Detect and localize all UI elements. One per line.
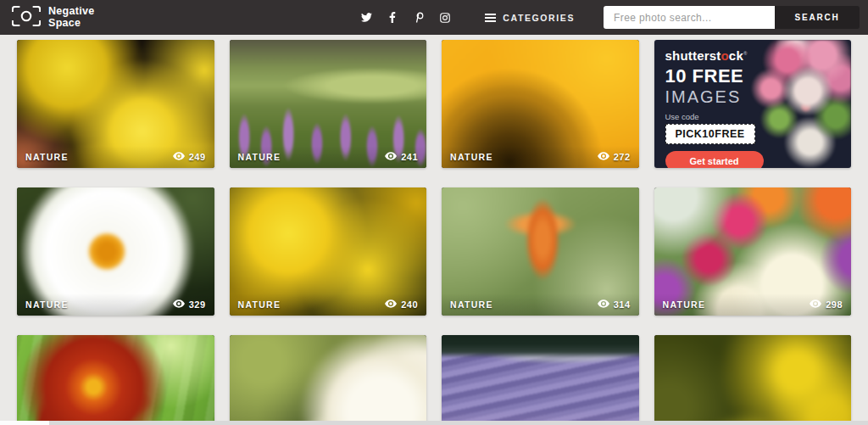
- photo-meta: NATURE 314: [442, 294, 639, 316]
- photo-card-sunflower-closeup[interactable]: NATURE 272: [442, 40, 639, 168]
- pinterest-icon[interactable]: [413, 12, 425, 24]
- eye-icon: [173, 152, 185, 162]
- view-count: 314: [614, 299, 631, 310]
- photo-card-orange-lily[interactable]: NATURE 314: [442, 187, 639, 316]
- photo-card-white-agapanthus[interactable]: [230, 335, 427, 425]
- instagram-icon[interactable]: [439, 12, 451, 24]
- category-badge[interactable]: NATURE: [450, 299, 493, 310]
- shutterstock-logo: shutterstock®: [665, 48, 852, 63]
- view-count: 272: [614, 152, 631, 162]
- eye-icon: [598, 152, 609, 162]
- photo-card-yellow-chrysanthemums[interactable]: NATURE 249: [17, 40, 214, 168]
- shutterstock-ad-card[interactable]: shutterstock® 10 FREE IMAGES Use code PI…: [654, 40, 852, 168]
- photo-meta: NATURE 298: [654, 294, 852, 316]
- view-count: 329: [189, 299, 206, 310]
- category-badge[interactable]: NATURE: [663, 299, 706, 310]
- ad-headline-line2: IMAGES: [665, 87, 852, 107]
- ad-code-label: Use code: [665, 112, 852, 121]
- photo-image: [17, 335, 214, 425]
- view-counter: 272: [598, 152, 631, 162]
- photo-meta: NATURE 329: [17, 294, 214, 316]
- social-links: [360, 12, 451, 24]
- photo-card-red-daylily[interactable]: [17, 335, 214, 425]
- eye-icon: [810, 299, 821, 310]
- ad-get-started-button[interactable]: Get started: [665, 151, 764, 168]
- category-badge[interactable]: NATURE: [238, 299, 281, 310]
- photo-meta: NATURE 249: [17, 146, 214, 168]
- view-counter: 241: [385, 152, 418, 162]
- ad-coupon-code: PICK10FREE: [665, 124, 755, 144]
- camera-viewfinder-icon: [12, 6, 41, 30]
- category-badge[interactable]: NATURE: [238, 152, 281, 162]
- twitter-icon[interactable]: [360, 12, 372, 24]
- photo-card-blurred-yellow-flowers[interactable]: [654, 335, 852, 425]
- view-counter: 240: [385, 299, 418, 310]
- view-count: 298: [826, 299, 843, 310]
- ad-content: shutterstock® 10 FREE IMAGES Use code PI…: [654, 40, 852, 168]
- photo-card-lavender-field[interactable]: [442, 335, 639, 425]
- photo-meta: NATURE 240: [230, 294, 427, 316]
- photo-meta: NATURE 241: [230, 146, 427, 168]
- category-badge[interactable]: NATURE: [25, 152, 69, 162]
- view-counter: 249: [173, 152, 206, 162]
- view-counter: 329: [173, 299, 206, 310]
- photo-image: [654, 335, 852, 425]
- category-badge[interactable]: NATURE: [450, 152, 493, 162]
- facebook-icon[interactable]: [387, 12, 398, 24]
- scrollbar-thumb[interactable]: [0, 421, 49, 425]
- eye-icon: [385, 299, 397, 310]
- categories-label: CATEGORIES: [503, 13, 575, 23]
- photo-image: [230, 335, 427, 425]
- site-logo[interactable]: Negative Space: [12, 6, 95, 30]
- shutterstock-o-mark: o: [721, 48, 728, 63]
- eye-icon: [598, 299, 609, 310]
- view-counter: 314: [598, 299, 631, 310]
- photo-image: [442, 335, 639, 425]
- photo-card-colorful-bouquet[interactable]: NATURE 298: [654, 187, 852, 316]
- search-input[interactable]: [604, 6, 775, 29]
- eye-icon: [385, 152, 397, 162]
- search-bar: SEARCH: [604, 6, 860, 29]
- photo-card-yellow-daffodils[interactable]: NATURE 240: [230, 187, 427, 316]
- horizontal-scrollbar[interactable]: [0, 421, 868, 425]
- logo-text: Negative Space: [48, 6, 95, 30]
- photo-meta: NATURE 272: [442, 146, 639, 168]
- photo-grid: NATURE 249 NATURE 241 NATURE: [0, 35, 868, 425]
- photo-card-lupine-meadow[interactable]: NATURE 241: [230, 40, 427, 168]
- category-badge[interactable]: NATURE: [25, 299, 69, 310]
- categories-menu[interactable]: CATEGORIES: [485, 10, 575, 25]
- search-button[interactable]: SEARCH: [775, 6, 860, 29]
- photo-card-white-daisy[interactable]: NATURE 329: [17, 187, 214, 316]
- view-counter: 298: [810, 299, 843, 310]
- view-count: 240: [401, 299, 418, 310]
- eye-icon: [173, 299, 185, 310]
- site-header: Negative Space: [0, 0, 868, 35]
- ad-headline-line1: 10 FREE: [665, 65, 852, 87]
- view-count: 249: [189, 152, 206, 162]
- hamburger-menu-icon: [485, 10, 496, 25]
- view-count: 241: [401, 152, 418, 162]
